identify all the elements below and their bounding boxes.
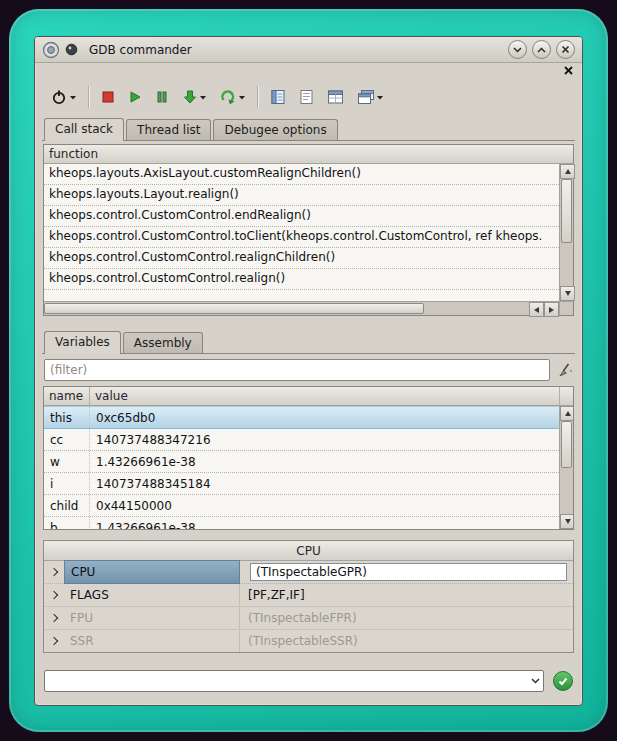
arrow-left-icon (534, 307, 539, 313)
stacked-windows-icon (357, 89, 375, 105)
scroll-left-button[interactable] (529, 302, 544, 317)
app-badge-icon (65, 43, 78, 56)
scrollbar-corner (559, 301, 573, 315)
cpu-row-name: CPU (64, 560, 240, 584)
variable-name: cc (44, 429, 90, 450)
power-button[interactable] (47, 83, 80, 111)
watch-list-button[interactable] (267, 83, 289, 111)
callstack-row[interactable]: kheops.layouts.AxisLayout.customRealignC… (44, 164, 559, 185)
cpu-row[interactable]: FPU (TInspectableFPR) (44, 607, 573, 630)
variable-row[interactable]: cc 140737488347216 (44, 429, 559, 451)
chevron-right-icon (50, 591, 58, 599)
check-icon (558, 677, 568, 686)
tab-assembly[interactable]: Assembly (123, 332, 203, 353)
scroll-thumb[interactable] (561, 179, 572, 243)
inspector-notebook: Variables Assembly name (42, 329, 575, 530)
step-into-menu-chevron-icon[interactable] (199, 95, 207, 100)
scroll-track[interactable] (560, 179, 573, 286)
variable-name: this (44, 407, 90, 428)
command-bar (44, 670, 573, 692)
memory-view-button[interactable] (324, 83, 347, 111)
value-column-header[interactable]: value (90, 387, 559, 405)
blue-document-icon (270, 89, 286, 105)
tab-call-stack[interactable]: Call stack (44, 118, 124, 141)
text-document-icon (299, 89, 314, 105)
titlebar: GDB commander (35, 37, 582, 63)
app-icon (42, 41, 60, 59)
variable-value: 140737488347216 (90, 429, 559, 450)
cpu-row[interactable]: CPU (TInspectableGPR) (44, 561, 573, 584)
cpu-value-editor[interactable]: (TInspectableGPR) (250, 563, 567, 581)
expander-button[interactable] (44, 569, 64, 575)
clear-filter-button[interactable] (557, 362, 573, 378)
variable-row[interactable]: this 0xc65db0 (44, 406, 559, 429)
combo-dropdown-button[interactable] (527, 672, 543, 690)
callstack-row[interactable]: kheops.layouts.Layout.realign() (44, 185, 559, 206)
variable-row[interactable]: b 1.43266961e-38 (44, 517, 559, 529)
stop-icon (101, 90, 115, 104)
variables-column-headers: name value (44, 387, 559, 406)
run-button[interactable] (125, 83, 145, 111)
chevron-down-icon (513, 46, 522, 54)
scroll-up-button[interactable] (560, 406, 574, 421)
tab-variables[interactable]: Variables (44, 331, 121, 354)
output-list-button[interactable] (296, 83, 317, 111)
scroll-thumb[interactable] (561, 421, 572, 468)
callstack-row[interactable]: kheops.control.CustomControl.toClient(kh… (44, 227, 559, 248)
pause-icon (155, 90, 169, 104)
scroll-down-button[interactable] (560, 286, 575, 301)
scroll-track[interactable] (44, 302, 529, 315)
expander-button[interactable] (44, 615, 64, 621)
scroll-right-button[interactable] (544, 302, 559, 317)
confirm-button[interactable] (553, 671, 573, 691)
function-column-header[interactable]: function (44, 145, 103, 163)
variable-name: w (44, 451, 90, 472)
tab-thread-list[interactable]: Thread list (126, 119, 211, 140)
cpu-column-header[interactable]: CPU (44, 541, 573, 561)
minimize-button[interactable] (508, 40, 527, 59)
expander-button[interactable] (44, 638, 64, 644)
cpu-row-value: (TInspectableGPR) (240, 561, 568, 583)
chevron-right-icon (50, 568, 58, 576)
variable-row[interactable]: w 1.43266961e-38 (44, 451, 559, 473)
step-over-menu-chevron-icon[interactable] (238, 95, 246, 100)
name-column-header[interactable]: name (44, 387, 90, 405)
callstack-column-header[interactable]: function (44, 145, 573, 164)
dock-close-button[interactable] (562, 65, 574, 77)
callstack-row[interactable]: kheops.control.CustomControl.realignChil… (44, 248, 559, 269)
scroll-up-button[interactable] (560, 164, 575, 179)
expander-button[interactable] (44, 592, 64, 598)
cpu-row[interactable]: SSR (TInspectableSSR) (44, 630, 573, 652)
scroll-track[interactable] (560, 421, 573, 514)
scroll-down-button[interactable] (560, 514, 574, 529)
cpu-row[interactable]: FLAGS [PF,ZF,IF] (44, 584, 573, 607)
power-menu-chevron-icon[interactable] (69, 95, 77, 100)
cpu-row-name: FLAGS (64, 584, 240, 606)
scroll-thumb[interactable] (44, 303, 424, 314)
variables-vertical-scrollbar[interactable] (559, 406, 573, 529)
maximize-button[interactable] (532, 40, 551, 59)
callstack-vertical-scrollbar[interactable] (559, 164, 573, 301)
tab-debugee-options[interactable]: Debugee options (213, 119, 337, 140)
stop-button[interactable] (98, 83, 118, 111)
arrow-up-icon (565, 411, 571, 416)
variable-row[interactable]: child 0x44150000 (44, 495, 559, 517)
windows-menu-button[interactable] (354, 83, 387, 111)
variable-row[interactable]: i 140737488345184 (44, 473, 559, 495)
step-over-button[interactable] (217, 83, 249, 111)
filter-row (44, 359, 573, 381)
desktop-frame: GDB commander (9, 9, 608, 732)
callstack-horizontal-scrollbar[interactable] (44, 301, 559, 315)
windows-menu-chevron-icon[interactable] (376, 95, 384, 100)
filter-input[interactable] (44, 359, 550, 381)
callstack-row[interactable]: kheops.control.CustomControl.realign() (44, 269, 559, 290)
variables-rows: this 0xc65db0 cc 140737488347216 w 1.432… (44, 406, 559, 529)
command-combobox[interactable] (44, 670, 544, 692)
step-into-button[interactable] (179, 83, 210, 111)
close-button[interactable] (556, 40, 575, 59)
command-input[interactable] (45, 673, 527, 689)
run-icon (128, 90, 142, 104)
panel-splitter[interactable] (35, 316, 582, 329)
callstack-row[interactable]: kheops.control.CustomControl.endRealign(… (44, 206, 559, 227)
pause-button[interactable] (152, 83, 172, 111)
